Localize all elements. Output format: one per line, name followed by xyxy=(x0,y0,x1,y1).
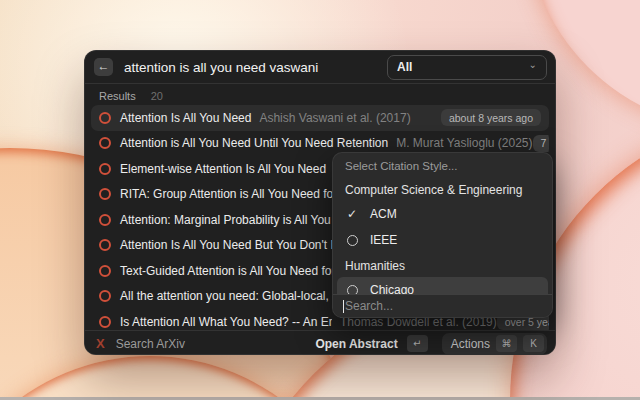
citation-style-dropdown: Select Citation Style... Computer Scienc… xyxy=(332,152,553,318)
actions-button[interactable]: Actions ⌘ K xyxy=(442,333,547,355)
result-row[interactable]: Attention Is All You NeedAshish Vaswani … xyxy=(91,105,549,131)
result-authors: M. Murat Yaslioglu (2025) xyxy=(396,136,532,150)
filter-value: All xyxy=(397,60,412,74)
arxiv-logo-icon: X xyxy=(96,336,105,351)
text-cursor xyxy=(343,300,344,313)
arxiv-paper-icon xyxy=(99,137,111,149)
citation-search-placeholder: Search... xyxy=(345,299,393,313)
enter-key-icon: ↵ xyxy=(407,335,428,352)
open-abstract-button[interactable]: Open Abstract xyxy=(315,337,397,351)
results-label: Results xyxy=(99,90,136,102)
citation-option-label: ACM xyxy=(370,207,397,221)
search-header: ← attention is all you need vaswani All … xyxy=(85,51,555,84)
desktop: ← attention is all you need vaswani All … xyxy=(0,0,640,400)
k-key-icon: K xyxy=(523,335,544,352)
arxiv-paper-icon xyxy=(99,239,111,251)
chevron-down-icon: ⌄ xyxy=(529,60,537,70)
citation-option-label: IEEE xyxy=(370,233,397,247)
citation-sections: Computer Science & Engineering✓ACMIEEEHu… xyxy=(333,177,552,303)
command-key-icon: ⌘ xyxy=(496,335,517,352)
result-age-badge: about 8 years ago xyxy=(441,109,541,126)
arxiv-paper-icon xyxy=(99,163,111,175)
search-input[interactable]: attention is all you need vaswani xyxy=(124,60,318,75)
result-title: Element-wise Attention Is All You Need xyxy=(120,162,326,176)
citation-section-label: Humanities xyxy=(333,253,552,277)
check-icon: ✓ xyxy=(345,207,359,221)
arxiv-paper-icon xyxy=(99,112,111,124)
back-button[interactable]: ← xyxy=(94,58,113,76)
result-title: Attention Is All You Need xyxy=(120,111,251,125)
arxiv-paper-icon xyxy=(99,316,111,328)
citation-search-field[interactable]: Search... xyxy=(333,294,552,317)
footer-bar: X Search ArXiv Open Abstract ↵ Actions ⌘… xyxy=(85,330,555,355)
arxiv-paper-icon xyxy=(99,265,111,277)
citation-option-acm[interactable]: ✓ACM xyxy=(337,201,548,227)
result-title: Is Attention All What You Need? -- An Em… xyxy=(120,315,332,329)
arxiv-paper-icon xyxy=(99,290,111,302)
arxiv-paper-icon xyxy=(99,214,111,226)
results-header: Results 20 xyxy=(85,84,555,105)
footer-app-label: Search ArXiv xyxy=(116,337,185,351)
citation-section-label: Computer Science & Engineering xyxy=(333,177,552,201)
result-authors: Ashish Vaswani et al. (2017) xyxy=(259,111,410,125)
citation-option-ieee[interactable]: IEEE xyxy=(337,227,548,253)
category-filter-dropdown[interactable]: All ⌄ xyxy=(387,55,547,80)
result-title: Attention is All You Need Until You Need… xyxy=(120,136,388,150)
radio-circle-icon xyxy=(345,235,359,246)
actions-label: Actions xyxy=(451,337,490,351)
result-age-badge: 7 months ago xyxy=(533,135,550,152)
arxiv-paper-icon xyxy=(99,188,111,200)
results-count: 20 xyxy=(151,90,163,102)
citation-dropdown-title: Select Citation Style... xyxy=(333,153,552,177)
